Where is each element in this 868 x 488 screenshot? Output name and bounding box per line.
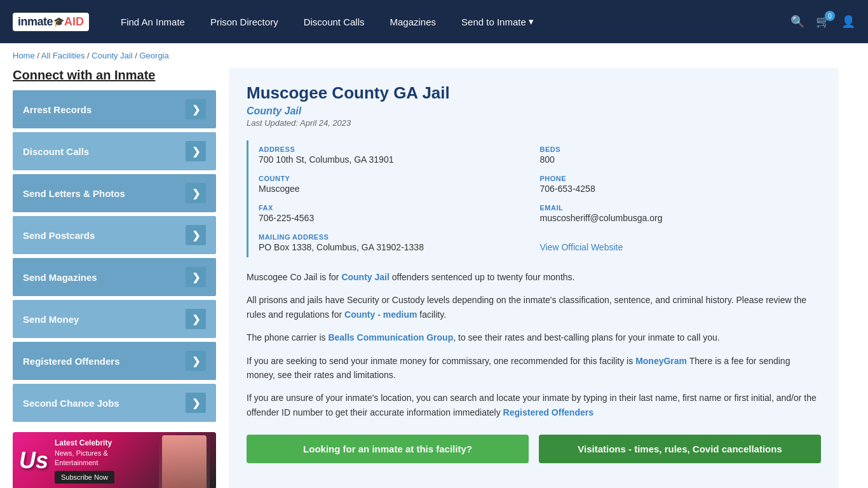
navbar: inmate 🎓 AID Find An Inmate Prison Direc… [0,0,868,43]
address-cell: ADDRESS 700 10th St, Columbus, GA 31901 [259,140,540,170]
website-cell: - View Official Website [540,228,822,257]
nav-magazines[interactable]: Magazines [390,17,437,27]
nav-links: Find An Inmate Prison Directory Discount… [121,16,771,27]
search-button[interactable]: 🔍 [790,15,804,29]
user-button[interactable]: 👤 [841,15,855,29]
email-cell: EMAIL muscosheriff@columbusga.org [540,199,822,228]
county-jail-link1[interactable]: County Jail [341,272,389,282]
email-value: muscosheriff@columbusga.org [540,213,822,223]
ad-banner[interactable]: Us Latest Celebrity News, Pictures & Ent… [13,432,216,488]
cart-badge: 0 [825,11,835,21]
sidebar-item-send-money[interactable]: Send Money ❯ [13,300,216,338]
cart-button[interactable]: 🛒 0 [816,15,830,29]
ad-logo: Us [19,447,48,474]
ad-headline: Latest Celebrity [55,438,112,447]
ad-sub1: News, Pictures & [55,449,108,457]
facility-info-grid: ADDRESS 700 10th St, Columbus, GA 31901 … [247,140,821,257]
main-container: Connect with an Inmate Arrest Records ❯ … [0,68,851,488]
ad-subscribe-button[interactable]: Subscribe Now [55,471,114,484]
breadcrumb-georgia[interactable]: Georgia [139,51,168,60]
sidebar-item-send-magazines[interactable]: Send Magazines ❯ [13,258,216,296]
description-section: Muscogee Co Jail is for County Jail offe… [247,270,821,419]
facility-title: Muscogee County GA Jail [247,83,821,103]
desc5: If you are unsure of your inmate's locat… [247,391,821,419]
nav-discount-calls[interactable]: Discount Calls [304,17,365,27]
sidebar-item-label: Send Postcards [23,230,95,241]
arrow-icon: ❯ [186,225,206,245]
sidebar-item-send-letters[interactable]: Send Letters & Photos ❯ [13,174,216,212]
bealls-link[interactable]: Bealls Communication Group [328,332,453,342]
breadcrumb-home[interactable]: Home [13,51,35,60]
ad-person-image [159,432,210,488]
send-to-inmate-label: Send to Inmate [461,17,526,27]
ad-sub2: Entertainment [55,459,98,466]
county-value: Muscogee [259,184,540,194]
sidebar-item-second-chance-jobs[interactable]: Second Chance Jobs ❯ [13,384,216,422]
sidebar-item-send-postcards[interactable]: Send Postcards ❯ [13,216,216,254]
sidebar-item-arrest-records[interactable]: Arrest Records ❯ [13,90,216,128]
content-area: Muscogee County GA Jail County Jail Last… [229,68,839,488]
breadcrumb-county-jail[interactable]: County Jail [92,51,132,60]
sidebar-item-label: Arrest Records [23,104,92,115]
facility-updated: Last Updated: April 24, 2023 [247,118,821,128]
desc4: If you are seeking to send your inmate m… [247,354,821,383]
phone-label: PHONE [540,175,822,182]
county-medium-link[interactable]: County - medium [344,309,417,320]
registered-offenders-link[interactable]: Registered Offenders [503,407,593,417]
mailing-value: PO Box 1338, Columbus, GA 31902-1338 [259,242,540,252]
email-label: EMAIL [540,204,822,212]
sidebar-item-label: Send Letters & Photos [23,188,125,199]
mailing-cell: MAILING ADDRESS PO Box 1338, Columbus, G… [259,228,540,257]
fax-cell: FAX 706-225-4563 [259,199,540,228]
nav-icons: 🔍 🛒 0 👤 [790,15,855,29]
nav-prison-directory[interactable]: Prison Directory [210,17,278,27]
address-label: ADDRESS [259,146,540,153]
looking-for-inmate-button[interactable]: Looking for an inmate at this facility? [247,435,529,463]
beds-value: 800 [540,154,822,165]
arrow-icon: ❯ [186,183,206,203]
logo-aid-text: AID [64,15,84,29]
arrow-icon: ❯ [186,393,206,413]
sidebar-item-label: Registered Offenders [23,356,120,367]
arrow-icon: ❯ [186,99,206,119]
county-label: COUNTY [259,175,540,182]
moneygram-link[interactable]: MoneyGram [635,356,687,366]
sidebar-item-label: Discount Calls [23,146,89,157]
sidebar-item-label: Send Magazines [23,272,97,283]
arrow-icon: ❯ [186,141,206,161]
fax-value: 706-225-4563 [259,213,540,223]
desc3: The phone carrier is Bealls Communicatio… [247,330,821,344]
arrow-icon: ❯ [186,351,206,371]
arrow-icon: ❯ [186,267,206,287]
nav-send-to-inmate[interactable]: Send to Inmate ▾ [461,16,534,27]
visitations-button[interactable]: Visitations - times, rules, Covid cancel… [539,435,821,463]
sidebar-item-label: Send Money [23,314,79,325]
desc2: All prisons and jails have Security or C… [247,293,821,322]
county-cell: COUNTY Muscogee [259,170,540,199]
breadcrumb-all-facilities[interactable]: All Facilities [41,51,85,60]
facility-subtitle: County Jail [247,105,821,117]
beds-cell: BEDS 800 [540,140,822,170]
sidebar-title: Connect with an Inmate [13,68,216,83]
desc1: Muscogee Co Jail is for County Jail offe… [247,270,821,284]
sidebar: Connect with an Inmate Arrest Records ❯ … [13,68,216,488]
logo-hat-icon: 🎓 [53,17,64,27]
logo[interactable]: inmate 🎓 AID [13,13,89,31]
mailing-label: MAILING ADDRESS [259,233,540,241]
logo-text: inmate [18,15,53,29]
breadcrumb: Home / All Facilities / County Jail / Ge… [0,43,868,68]
sidebar-item-label: Second Chance Jobs [23,398,119,409]
bottom-buttons: Looking for an inmate at this facility? … [247,435,821,463]
official-website-link[interactable]: View Official Website [540,242,623,252]
phone-cell: PHONE 706-653-4258 [540,170,822,199]
chevron-down-icon: ▾ [529,16,534,27]
ad-text: Latest Celebrity News, Pictures & Entert… [55,438,114,484]
beds-label: BEDS [540,146,822,153]
fax-label: FAX [259,204,540,212]
sidebar-item-registered-offenders[interactable]: Registered Offenders ❯ [13,342,216,380]
address-value: 700 10th St, Columbus, GA 31901 [259,154,540,165]
sidebar-item-discount-calls[interactable]: Discount Calls ❯ [13,132,216,170]
nav-find-inmate[interactable]: Find An Inmate [121,17,185,27]
phone-value: 706-653-4258 [540,184,822,194]
arrow-icon: ❯ [186,309,206,329]
